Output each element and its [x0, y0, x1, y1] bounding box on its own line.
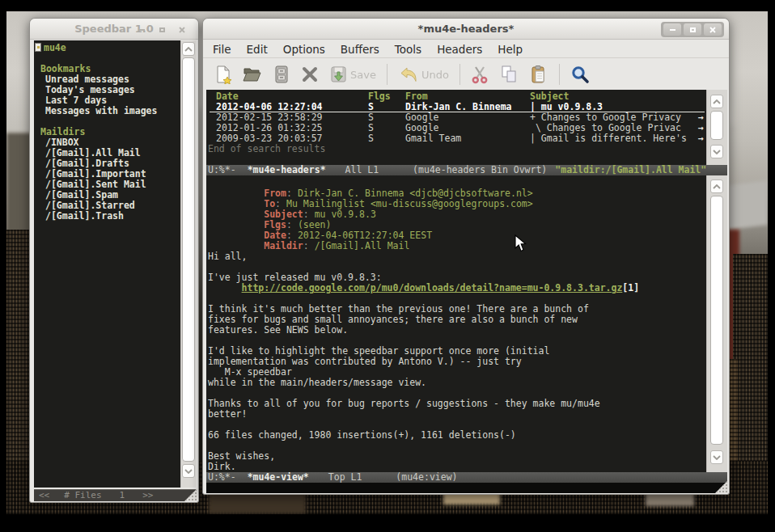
speedbar-scrollbar[interactable]	[180, 40, 196, 488]
speedbar-status-bar: << # Files 1 >>	[34, 489, 196, 501]
copy-button[interactable]	[499, 65, 519, 84]
scroll-thumb[interactable]	[182, 57, 195, 462]
close-button[interactable]	[173, 23, 191, 36]
scroll-thumb[interactable]	[710, 111, 723, 140]
field-colon: :	[303, 240, 309, 251]
minimize-button[interactable]	[133, 23, 150, 36]
emacs-window-controls	[661, 22, 724, 37]
maximize-button[interactable]	[153, 23, 171, 36]
field-colon: :	[286, 188, 292, 199]
minimize-icon	[139, 29, 145, 31]
chevron-up-icon	[713, 99, 721, 104]
close-buffer-button[interactable]	[301, 65, 319, 83]
modeline-buffer-name[interactable]: *mu4e-view*	[248, 472, 309, 483]
field-label: To	[264, 198, 275, 209]
modeline-flags: U:%*-	[208, 472, 236, 483]
field-label: Maildir	[264, 240, 303, 251]
modeline-position: Top L1	[328, 472, 362, 483]
new-file-button[interactable]	[214, 65, 232, 84]
maximize-button[interactable]	[684, 23, 701, 36]
menu-tools[interactable]: Tools	[395, 43, 421, 56]
field-colon: :	[286, 230, 292, 241]
truncation-arrow-icon: →	[698, 133, 704, 144]
field-value: (seen)	[298, 219, 332, 230]
modeline-major-mode[interactable]: (mu4e:view)	[396, 472, 457, 483]
save-icon	[329, 65, 348, 84]
undo-button[interactable]: Undo	[398, 65, 449, 84]
scroll-down-button[interactable]	[710, 450, 723, 464]
modeline-major-mode[interactable]: (mu4e-headers Bin Ovwrt)	[413, 165, 547, 175]
undo-label: Undo	[421, 69, 449, 81]
scroll-down-button[interactable]	[710, 145, 723, 158]
menu-file[interactable]: File	[213, 43, 231, 56]
cut-button[interactable]	[471, 65, 489, 84]
menu-buffers[interactable]: Buffers	[341, 43, 379, 56]
menu-edit[interactable]: Edit	[247, 43, 268, 56]
modeline-mu4e-headers: U:%*- *mu4e-headers* All L1 (mu4e-header…	[206, 165, 727, 175]
modeline-position: All L1	[345, 165, 379, 175]
emacs-window: *mu4e-headers* File Edit Options Buffers…	[202, 18, 730, 495]
menu-help[interactable]: Help	[498, 43, 523, 56]
dired-button[interactable]	[273, 65, 290, 84]
chevron-down-icon	[713, 455, 721, 460]
menu-options[interactable]: Options	[283, 43, 325, 56]
toolbar-separator	[387, 64, 388, 85]
minimize-icon	[670, 29, 675, 31]
speedbar-prev-button[interactable]: <<	[39, 490, 49, 501]
cell-date: 2009-03-23 20:03:57	[216, 133, 323, 144]
chevron-down-icon	[713, 150, 721, 154]
toolbar-separator	[559, 64, 560, 85]
speedbar-titlebar[interactable]: Speedbar 1.0	[30, 19, 198, 40]
view-scrollbar[interactable]	[706, 175, 727, 472]
close-icon	[179, 27, 185, 33]
scroll-thumb[interactable]	[710, 196, 723, 445]
close-button[interactable]	[704, 23, 722, 36]
expand-icon[interactable]	[35, 43, 41, 52]
scroll-up-button[interactable]	[710, 179, 723, 193]
field-value: mu v0.9.8.3	[315, 209, 376, 220]
cut-scissors-icon	[471, 65, 489, 84]
field-value: Dirk-Jan C. Binnema <djcb@djcbsoftware.n…	[298, 188, 533, 199]
minibuffer[interactable]	[206, 483, 727, 493]
speedbar-item-messages-with-images[interactable]: Messages with images	[34, 106, 180, 116]
save-label: Save	[350, 69, 376, 81]
field-value: 2012-04-06T12:27:04 EEST	[298, 230, 432, 241]
paste-button[interactable]	[529, 65, 548, 84]
scroll-up-button[interactable]	[710, 95, 723, 108]
speedbar-root-mu4e[interactable]: mu4e	[34, 43, 180, 53]
chevron-up-icon	[184, 47, 193, 52]
speedbar-next-button[interactable]: >>	[142, 490, 153, 501]
speedbar-content: mu4e Bookmarks Unread messages Today's m…	[34, 40, 180, 488]
scroll-down-button[interactable]	[182, 464, 195, 478]
modeline-buffer-name[interactable]: *mu4e-headers*	[248, 165, 326, 175]
release-download-link[interactable]: http://code.google.com/p/mu0/downloads/d…	[242, 282, 623, 293]
message-row[interactable]: 2009-03-23 20:03:57 S Gmail Team | Gmail…	[206, 133, 706, 144]
emacs-window-title: *mu4e-headers*	[418, 23, 515, 35]
link-indent	[208, 282, 242, 293]
headers-scrollbar[interactable]	[706, 90, 727, 165]
mu4e-view-pane: From:Dirk-Jan C. Binnema <djcb@djcbsoftw…	[206, 175, 706, 472]
search-button[interactable]	[570, 65, 590, 84]
mu4e-headers-pane: Date Flgs From Subject 2012-04-06 12:27:…	[206, 90, 706, 165]
speedbar-item-trash[interactable]: /[Gmail].Trash	[34, 211, 180, 222]
menu-headers[interactable]: Headers	[437, 43, 482, 56]
close-x-icon	[301, 65, 319, 83]
modeline-flags: U:%*-	[208, 165, 236, 175]
field-label: Subject	[264, 209, 303, 220]
file-cabinet-icon	[273, 65, 290, 84]
maximize-icon	[690, 27, 696, 32]
field-label: Flgs	[264, 219, 286, 230]
emacs-frame-content: Date Flgs From Subject 2012-04-06 12:27:…	[206, 90, 727, 493]
message-body: I think it's much better than the previo…	[206, 293, 706, 472]
cell-flags: S	[368, 133, 374, 144]
speedbar-body: mu4e Bookmarks Unread messages Today's m…	[34, 40, 196, 488]
open-file-button[interactable]	[243, 65, 262, 84]
emacs-titlebar[interactable]: *mu4e-headers*	[203, 19, 729, 40]
field-colon: :	[275, 198, 281, 209]
field-colon: :	[286, 219, 292, 230]
cell-subject: | Gmail is different. Here's	[530, 133, 687, 144]
save-button[interactable]: Save	[329, 65, 376, 84]
end-of-search-results: End of search results	[206, 144, 706, 154]
minimize-button[interactable]	[663, 23, 681, 36]
scroll-up-button[interactable]	[182, 42, 195, 56]
